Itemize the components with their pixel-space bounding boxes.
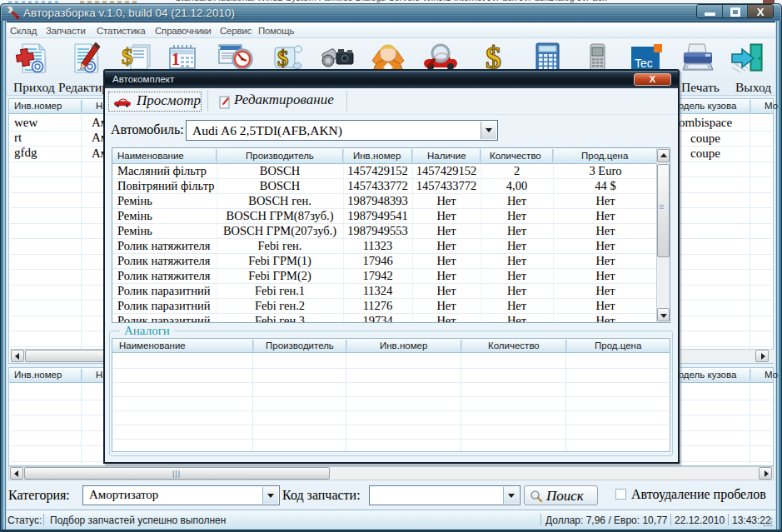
svg-text:$: $ xyxy=(277,46,289,71)
svg-text:Tec: Tec xyxy=(635,57,653,70)
svg-text:$: $ xyxy=(122,43,133,69)
svg-text:1: 1 xyxy=(172,50,180,68)
svg-text:$: $ xyxy=(486,42,501,72)
